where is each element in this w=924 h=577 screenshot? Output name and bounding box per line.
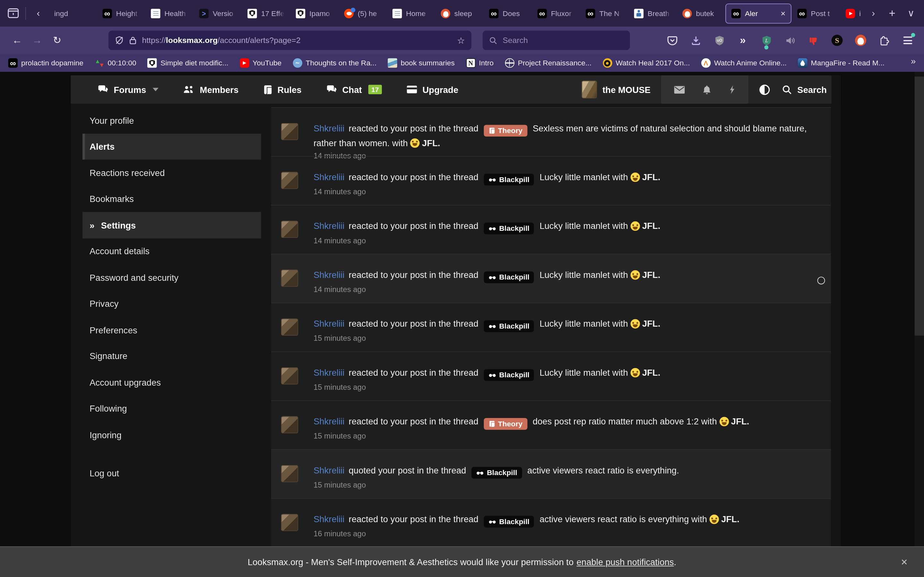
envelope-icon[interactable] [674,85,685,93]
sidebar-item[interactable]: Privacy [82,290,261,317]
bookmark-item[interactable]: YouTube [240,58,282,68]
bookmark-item[interactable]: Watch Heal 2017 On... [603,58,690,68]
bookmark-item[interactable]: prolactin dopamine [8,58,83,68]
avatar[interactable] [281,123,298,140]
account-menu[interactable]: the MOUSE [582,81,650,98]
user-link[interactable]: Shkreliii [313,172,344,182]
nav-forums[interactable]: Forums [98,85,158,95]
search-input[interactable]: Search [483,31,630,50]
bolt-icon[interactable] [729,85,735,94]
sidebar-item[interactable]: Account upgrades [82,369,261,396]
thread-title[interactable]: Lucky little manlet [540,319,610,329]
alert-row[interactable]: Shkreliii reacted to your post in the th… [271,156,831,205]
nav-search-button[interactable]: Search [782,85,827,95]
browser-tab[interactable]: butek [677,3,725,23]
sidebar-item[interactable]: Ignoring [82,422,261,448]
user-link[interactable]: Shkreliii [313,514,344,524]
sidebar-item[interactable]: Preferences [82,317,261,343]
list-all-tabs-button[interactable]: ∨ [903,5,919,21]
new-tab-button[interactable]: + [884,5,900,21]
browser-tab[interactable]: Does [484,3,531,23]
close-icon[interactable]: × [901,556,907,568]
avatar[interactable] [281,269,298,287]
sidebar-item[interactable]: Reactions received [82,160,261,186]
user-link[interactable]: Shkreliii [313,123,344,133]
app-menu-icon[interactable] [902,35,913,46]
sidebar-item[interactable]: Log out [82,460,261,486]
alert-row[interactable]: Shkreliii reacted to your post in the th… [271,303,831,351]
browser-tab[interactable]: Home [387,3,435,23]
volume-icon[interactable] [784,35,796,46]
avatar[interactable] [281,416,298,434]
downloads-icon[interactable] [690,35,701,46]
scrollbar-thumb[interactable] [915,77,924,335]
user-link[interactable]: Shkreliii [313,269,344,279]
theme-toggle-icon[interactable] [759,84,771,95]
nav-chat[interactable]: Chat 17 [326,85,382,95]
alert-row[interactable]: Shkreliii reacted to your post in the th… [271,400,831,449]
sidebar-item[interactable]: Account details [82,238,261,264]
avatar[interactable] [281,514,298,531]
browser-tab[interactable]: The N [580,3,628,23]
alert-row[interactable]: Shkreliii reacted to your post in the th… [271,205,831,253]
sidebar-toggle-icon[interactable] [5,5,21,21]
browser-tab[interactable]: Height [97,3,145,23]
lock-icon[interactable] [129,36,137,45]
reload-button[interactable]: ↻ [47,31,67,50]
nav-members[interactable]: Members [183,85,238,95]
alert-row[interactable]: Shkreliii reacted to your post in the th… [271,498,831,547]
browser-tab[interactable]: Fluxor [532,3,580,23]
ublock-origin-icon[interactable]: uO [714,35,725,46]
window-scrollbar[interactable] [915,72,924,577]
avatar[interactable] [281,465,298,482]
alert-row[interactable]: Shkreliii quoted your post in the thread… [271,449,831,498]
avatar[interactable] [281,319,298,335]
browser-tab[interactable]: ingd [49,3,97,23]
tab-scroll-right-button[interactable]: › [865,5,881,21]
avatar[interactable] [281,367,298,384]
bookmark-star-icon[interactable]: ☆ [457,35,465,45]
user-link[interactable]: Shkreliii [313,367,344,377]
bookmark-item[interactable]: Intro [466,58,493,68]
sidebar-item[interactable]: Bookmarks [82,185,261,212]
sidebar-item[interactable]: Password and security [82,264,261,291]
bookmark-item[interactable]: Watch Anime Online... [701,58,787,68]
youtube-dislike-icon[interactable] [808,35,819,46]
avatar[interactable] [281,221,298,238]
avatar[interactable] [281,172,298,189]
s-badge-icon[interactable]: S [832,35,843,46]
bookmark-item[interactable]: Thoughts on the Ra... [292,58,376,68]
sidebar-item[interactable]: Your profile [82,107,261,133]
browser-tab[interactable]: 17 Effe [242,3,290,23]
browser-tab[interactable]: i dont [840,3,863,23]
bookmark-item[interactable]: 00:10:00 [95,58,136,68]
tab-scroll-left-button[interactable]: ‹ [30,5,47,21]
browser-tab[interactable]: sleep [435,3,483,23]
nav-upgrade[interactable]: Upgrade [407,85,458,95]
back-button[interactable]: ← [7,31,27,50]
sidebar-item[interactable]: Alerts [82,133,261,160]
extensions-puzzle-icon[interactable] [879,35,890,46]
double-chevron-icon[interactable]: » [737,35,748,46]
thread-title[interactable]: Lucky little manlet [540,269,610,279]
page-scrollbar[interactable] [832,75,841,577]
leechblock-shield-icon[interactable]: L [761,35,772,46]
user-link[interactable]: Shkreliii [313,319,344,329]
save-to-pocket-icon[interactable] [666,35,678,46]
thread-title[interactable]: Lucky little manlet [540,221,610,231]
thread-title[interactable]: active viewers react ratio is everything… [527,465,679,475]
thread-title[interactable]: does post rep ratio matter much above 1:… [533,416,699,426]
shield-off-icon[interactable] [115,36,124,45]
thread-title[interactable]: Lucky little manlet [540,172,610,182]
thread-title[interactable]: active viewers react ratio is everything [540,514,689,524]
browser-tab[interactable]: Post t [792,3,840,23]
browser-tab[interactable]: Ipamo [291,3,338,23]
alert-row[interactable]: Shkreliii reacted to your post in the th… [271,254,831,303]
nav-rules[interactable]: Rules [263,85,302,95]
sidebar-item[interactable]: Following [82,395,261,422]
browser-tab[interactable]: (5) he [339,3,387,23]
bookmark-item[interactable]: book summaries [388,58,455,68]
bookmark-item[interactable]: Project Renaissance... [505,58,591,68]
browser-tab[interactable]: Breath [629,3,677,23]
user-link[interactable]: Shkreliii [313,221,344,231]
